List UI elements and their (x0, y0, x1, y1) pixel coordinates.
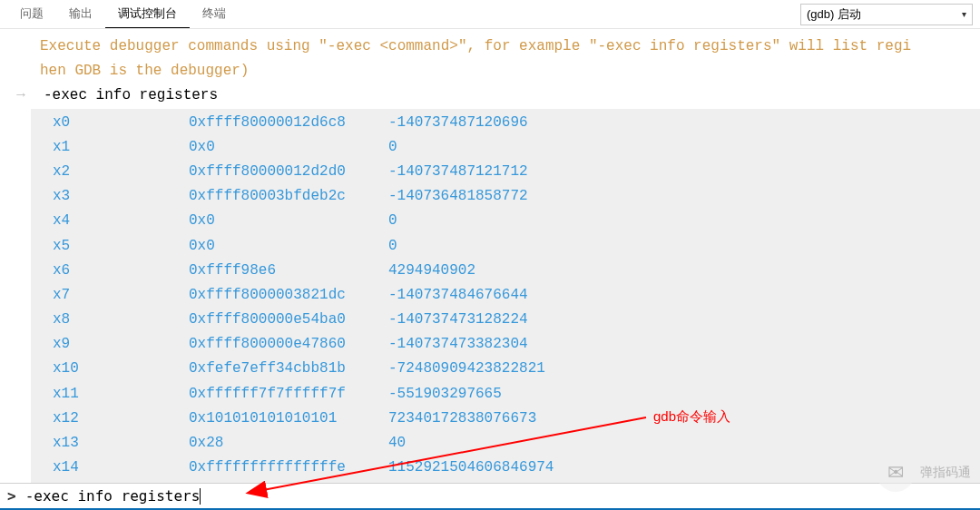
register-name: x11 (53, 382, 189, 407)
register-name: x4 (53, 209, 189, 233)
register-row: x50x00 (53, 234, 980, 259)
launch-config-value: (gdb) 启动 (807, 6, 861, 23)
register-name: x6 (53, 259, 189, 283)
register-hex: 0xffff8000003821dc (189, 283, 388, 308)
input-prompt-icon: > (7, 487, 16, 505)
debug-console-output: Execute debugger commands using "-exec <… (0, 29, 980, 509)
previous-command: -exec info registers (36, 83, 218, 108)
register-hex: 0xffff80003bfdeb2c (189, 184, 388, 209)
register-dec: 1152921504606846974 (388, 456, 554, 480)
register-list: x00xffff80000012d6c8-140737487120696x10x… (31, 109, 980, 509)
register-hex: 0xffff800000e54ba0 (189, 308, 388, 332)
register-name: x13 (53, 431, 189, 456)
register-name: x3 (53, 184, 189, 209)
register-row: x100xfefe7eff34cbb81b-72480909423822821 (53, 357, 980, 381)
chevron-down-icon: ▾ (962, 9, 966, 19)
debug-input[interactable]: > -exec info registers (0, 483, 980, 510)
annotation-label: gdb命令输入 (653, 408, 730, 426)
wechat-icon: ✉ (877, 454, 915, 492)
register-dec: -140736481858772 (388, 184, 528, 209)
register-row: x80xffff800000e54ba0-140737473128224 (53, 308, 980, 332)
register-name: x12 (53, 407, 189, 431)
register-hex: 0xffffff7f7fffff7f (189, 382, 388, 407)
register-row: x20xffff80000012d2d0-140737487121712 (53, 160, 980, 184)
register-dec: 0 (388, 209, 397, 233)
register-row: x10x00 (53, 135, 980, 160)
register-hex: 0x101010101010101 (189, 407, 388, 431)
register-dec: -140737487121712 (388, 160, 528, 184)
register-dec: -140737487120696 (388, 111, 528, 135)
register-hex: 0xfefe7eff34cbb81b (189, 357, 388, 381)
register-row: x140xfffffffffffffffe1152921504606846974 (53, 456, 980, 480)
register-hex: 0xfffffffffffffffe (189, 456, 388, 480)
watermark-text: 弹指码通 (920, 465, 971, 481)
tab-debug-console[interactable]: 调试控制台 (105, 0, 190, 28)
register-row: x110xffffff7f7fffff7f-551903297665 (53, 382, 980, 407)
register-name: x10 (53, 357, 189, 381)
register-hex: 0x0 (189, 234, 388, 259)
register-dec: -140737484676644 (388, 283, 528, 308)
register-name: x2 (53, 160, 189, 184)
register-name: x14 (53, 456, 189, 480)
register-row: x120x10101010101010172340172838076673 (53, 407, 980, 431)
register-name: x8 (53, 308, 189, 332)
register-hex: 0xffff98e6 (189, 259, 388, 283)
register-row: x130x2840 (53, 431, 980, 456)
register-dec: -72480909423822821 (388, 357, 545, 381)
register-name: x7 (53, 283, 189, 308)
register-hex: 0x0 (189, 209, 388, 233)
register-dec: -551903297665 (388, 382, 502, 407)
register-dec: -140737473128224 (388, 308, 528, 332)
register-dec: -140737473382304 (388, 332, 528, 357)
register-name: x9 (53, 332, 189, 357)
register-hex: 0x28 (189, 431, 388, 456)
register-name: x1 (53, 135, 189, 160)
tab-terminal[interactable]: 终端 (190, 0, 239, 28)
register-row: x30xffff80003bfdeb2c-140736481858772 (53, 184, 980, 209)
text-cursor (200, 488, 201, 505)
register-dec: 40 (388, 431, 406, 456)
register-dec: 0 (388, 234, 397, 259)
register-dec: 4294940902 (388, 259, 475, 283)
launch-config-select[interactable]: (gdb) 启动 ▾ (800, 4, 973, 25)
register-hex: 0xffff800000e47860 (189, 332, 388, 357)
register-name: x0 (53, 111, 189, 135)
register-name: x5 (53, 234, 189, 259)
debug-input-text: -exec info registers (25, 487, 201, 505)
tab-problems[interactable]: 问题 (7, 0, 56, 28)
register-hex: 0x0 (189, 135, 388, 160)
register-row: x40x00 (53, 209, 980, 233)
register-row: x60xffff98e64294940902 (53, 259, 980, 283)
register-dec: 0 (388, 135, 397, 160)
prompt-arrow-icon: → (13, 83, 29, 108)
register-row: x00xffff80000012d6c8-140737487120696 (53, 111, 980, 135)
register-row: x70xffff8000003821dc-140737484676644 (53, 283, 980, 308)
register-dec: 72340172838076673 (388, 407, 536, 431)
register-hex: 0xffff80000012d6c8 (189, 111, 388, 135)
register-row: x90xffff800000e47860-140737473382304 (53, 332, 980, 357)
debugger-hint-line1: Execute debugger commands using "-exec <… (13, 34, 980, 59)
tab-output[interactable]: 输出 (56, 0, 105, 28)
watermark: ✉ 弹指码通 (877, 454, 971, 492)
debugger-hint-line2: hen GDB is the debugger) (13, 59, 980, 83)
register-hex: 0xffff80000012d2d0 (189, 160, 388, 184)
